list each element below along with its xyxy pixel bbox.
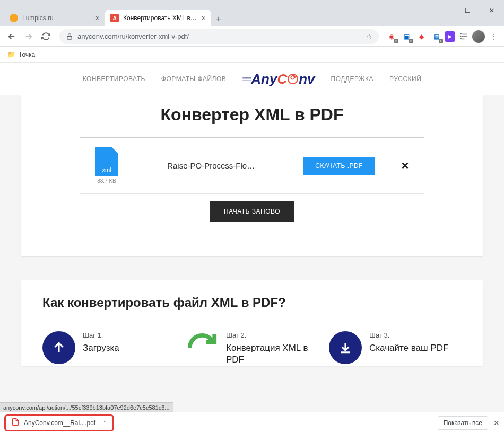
step-title: Загрузка <box>83 342 119 354</box>
site-logo[interactable]: ≡≡AnyCnv <box>242 71 315 87</box>
howto-title: Как конвертировать файл XML в PDF? <box>42 295 462 310</box>
download-button[interactable]: СКАЧАТЬ .PDF <box>303 157 375 175</box>
tab-title: Lumpics.ru <box>22 14 91 22</box>
file-size: 88.7 KB <box>95 178 118 184</box>
close-icon[interactable]: × <box>95 14 100 22</box>
bookmark-item[interactable]: Точка <box>19 51 35 58</box>
step-num: Шаг 2. <box>226 331 318 339</box>
tab-title: Конвертировать XML в PDF онл <box>123 14 197 22</box>
menu-icon[interactable]: ⋮ <box>487 30 500 43</box>
close-icon[interactable]: × <box>202 14 206 22</box>
file-icon: xml <box>95 147 118 176</box>
folder-icon: 📁 <box>7 51 15 58</box>
profile-avatar[interactable] <box>472 30 485 43</box>
extension-icon[interactable]: ▦1 <box>430 30 442 43</box>
address-bar[interactable]: anyconv.com/ru/konverter-xml-v-pdf/ ☆ <box>59 29 379 44</box>
step-2: Шаг 2. Конвертация XML в PDF <box>186 331 318 366</box>
browser-toolbar: anyconv.com/ru/konverter-xml-v-pdf/ ☆ ◉2… <box>0 26 504 47</box>
close-window-button[interactable]: ✕ <box>480 2 504 19</box>
svg-rect-0 <box>67 36 72 39</box>
download-item[interactable]: AnyConv.com__Rai....pdf ⌃ <box>4 414 114 431</box>
restart-button[interactable]: НАЧАТЬ ЗАНОВО <box>210 201 294 222</box>
step-1: Шаг 1. Загрузка <box>42 331 175 366</box>
upload-icon <box>42 331 75 364</box>
close-shelf-button[interactable]: ✕ <box>493 419 500 427</box>
maximize-button[interactable]: ☐ <box>455 2 480 19</box>
site-header: КОНВЕРТИРОВАТЬ ФОРМАТЫ ФАЙЛОВ ≡≡AnyCnv П… <box>0 63 504 95</box>
nav-support[interactable]: ПОДДЕРЖКА <box>331 75 373 83</box>
pdf-icon <box>11 418 20 428</box>
step-num: Шаг 3. <box>369 331 448 339</box>
lock-icon <box>66 33 73 40</box>
remove-file-button[interactable]: ✕ <box>401 160 409 172</box>
file-name: Raise-PO-Process-Flo… <box>118 161 303 170</box>
extension-icon[interactable]: ◆ <box>415 30 428 43</box>
convert-icon <box>186 331 219 364</box>
favicon-lumpics <box>10 14 18 22</box>
star-icon[interactable]: ☆ <box>366 32 372 40</box>
new-tab-button[interactable]: + <box>211 12 226 26</box>
step-title: Скачайте ваш PDF <box>369 342 448 354</box>
tab-anyconv[interactable]: A Конвертировать XML в PDF онл × <box>105 10 211 26</box>
download-filename: AnyConv.com__Rai....pdf <box>24 419 95 427</box>
favicon-anyconv: A <box>110 14 119 22</box>
convert-box: xml 88.7 KB Raise-PO-Process-Flo… СКАЧАТ… <box>80 137 424 229</box>
status-bar-url: anyconv.com/api/action/.../55cf339b13bfa… <box>0 402 173 412</box>
step-3: Шаг 3. Скачайте ваш PDF <box>329 331 462 366</box>
minimize-button[interactable]: ― <box>431 2 455 19</box>
nav-formats[interactable]: ФОРМАТЫ ФАЙЛОВ <box>161 75 226 83</box>
back-button[interactable] <box>4 29 19 44</box>
tab-strip: Lumpics.ru × A Конвертировать XML в PDF … <box>0 7 504 26</box>
extension-icon[interactable]: ▣2 <box>400 30 413 43</box>
download-icon <box>329 331 362 364</box>
reload-button[interactable] <box>38 29 53 44</box>
tab-lumpics[interactable]: Lumpics.ru × <box>4 10 105 26</box>
extension-icon[interactable]: ▶ <box>445 31 455 42</box>
extension-icon[interactable]: ◉2 <box>385 30 398 43</box>
show-all-downloads[interactable]: Показать все <box>438 416 488 430</box>
nav-convert[interactable]: КОНВЕРТИРОВАТЬ <box>83 75 145 83</box>
step-num: Шаг 1. <box>83 331 119 339</box>
reading-list-icon[interactable] <box>457 30 470 43</box>
download-shelf: AnyConv.com__Rai....pdf ⌃ Показать все ✕ <box>0 412 504 433</box>
page-title: Конвертер XML в PDF <box>32 105 472 125</box>
howto-section: Как конвертировать файл XML в PDF? Шаг 1… <box>21 280 483 366</box>
url-text: anyconv.com/ru/konverter-xml-v-pdf/ <box>77 32 362 40</box>
bookmarks-bar: 📁 Точка <box>0 47 504 63</box>
nav-language[interactable]: РУССКИЙ <box>389 75 421 83</box>
chevron-up-icon[interactable]: ⌃ <box>103 420 107 426</box>
forward-button <box>21 29 36 44</box>
step-title: Конвертация XML в PDF <box>226 342 318 366</box>
